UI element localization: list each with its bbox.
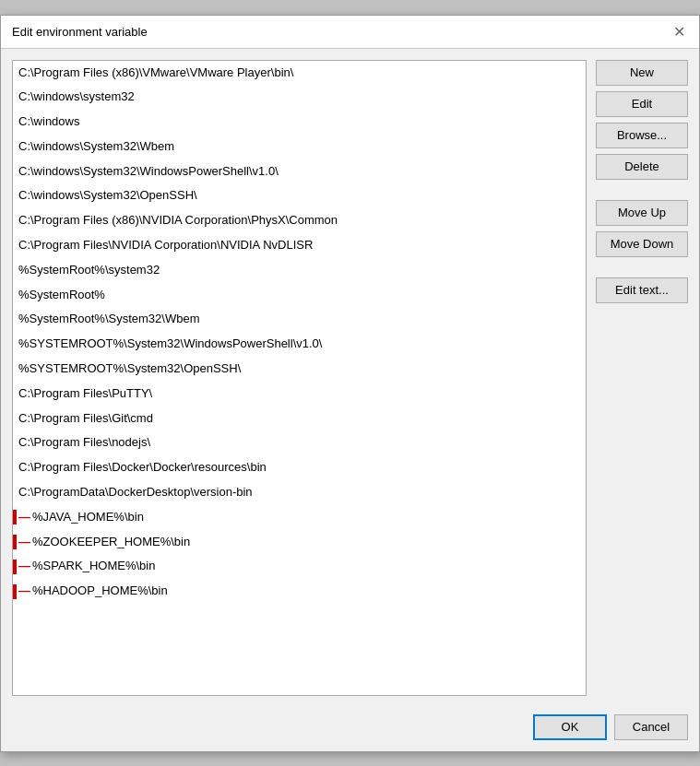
title-bar: Edit environment variable ✕ xyxy=(1,16,699,49)
env-var-list-container[interactable]: C:\Program Files (x86)\VMware\VMware Pla… xyxy=(12,60,587,696)
list-item[interactable]: —%HADOOP_HOME%\bin xyxy=(13,579,586,604)
buttons-panel: New Edit Browse... Delete Move Up Move D… xyxy=(596,60,688,696)
list-item[interactable]: C:\Program Files\Docker\Docker\resources… xyxy=(13,455,586,480)
dialog-footer: OK Cancel xyxy=(1,707,699,751)
dialog-content: C:\Program Files (x86)\VMware\VMware Pla… xyxy=(1,49,699,707)
move-up-button[interactable]: Move Up xyxy=(596,200,688,226)
list-item[interactable]: %SYSTEMROOT%\System32\WindowsPowerShell\… xyxy=(13,332,586,357)
list-item[interactable]: %SystemRoot%\system32 xyxy=(13,258,586,283)
close-button[interactable]: ✕ xyxy=(670,22,688,41)
list-item[interactable]: %SystemRoot% xyxy=(13,283,586,308)
list-item[interactable]: C:\windows\system32 xyxy=(13,85,586,110)
list-item[interactable]: C:\Program Files\PuTTY\ xyxy=(13,382,586,407)
list-item[interactable]: —%ZOOKEEPER_HOME%\bin xyxy=(13,530,586,555)
edit-text-button[interactable]: Edit text... xyxy=(596,277,688,303)
edit-env-dialog: Edit environment variable ✕ C:\Program F… xyxy=(0,15,700,752)
list-item[interactable]: %SYSTEMROOT%\System32\OpenSSH\ xyxy=(13,357,586,382)
cancel-button[interactable]: Cancel xyxy=(614,714,688,740)
delete-button[interactable]: Delete xyxy=(596,154,688,180)
list-item[interactable]: C:\windows\System32\Wbem xyxy=(13,135,586,159)
list-item[interactable]: —%JAVA_HOME%\bin xyxy=(13,505,586,530)
list-item[interactable]: C:\windows\System32\WindowsPowerShell\v1… xyxy=(13,159,586,184)
list-item[interactable]: C:\Program Files\nodejs\ xyxy=(13,430,586,455)
list-item[interactable]: C:\Program Files (x86)\NVIDIA Corporatio… xyxy=(13,208,586,233)
move-down-button[interactable]: Move Down xyxy=(596,231,688,257)
edit-button[interactable]: Edit xyxy=(596,91,688,117)
dialog-title: Edit environment variable xyxy=(12,25,148,39)
list-item[interactable]: C:\Program Files\NVIDIA Corporation\NVID… xyxy=(13,233,586,258)
list-item[interactable]: C:\Program Files\Git\cmd xyxy=(13,407,586,431)
browse-button[interactable]: Browse... xyxy=(596,123,688,148)
env-var-list: C:\Program Files (x86)\VMware\VMware Pla… xyxy=(13,61,586,605)
spacer2 xyxy=(596,263,688,272)
ok-button[interactable]: OK xyxy=(533,714,607,740)
list-item[interactable]: C:\windows\System32\OpenSSH\ xyxy=(13,183,586,208)
list-item[interactable]: —%SPARK_HOME%\bin xyxy=(13,554,586,579)
new-button[interactable]: New xyxy=(596,60,688,86)
list-item[interactable]: %SystemRoot%\System32\Wbem xyxy=(13,307,586,332)
list-item[interactable]: C:\windows xyxy=(13,110,586,135)
list-item[interactable]: C:\ProgramData\DockerDesktop\version-bin xyxy=(13,480,586,505)
spacer1 xyxy=(596,185,688,194)
list-item[interactable]: C:\Program Files (x86)\VMware\VMware Pla… xyxy=(13,61,586,86)
